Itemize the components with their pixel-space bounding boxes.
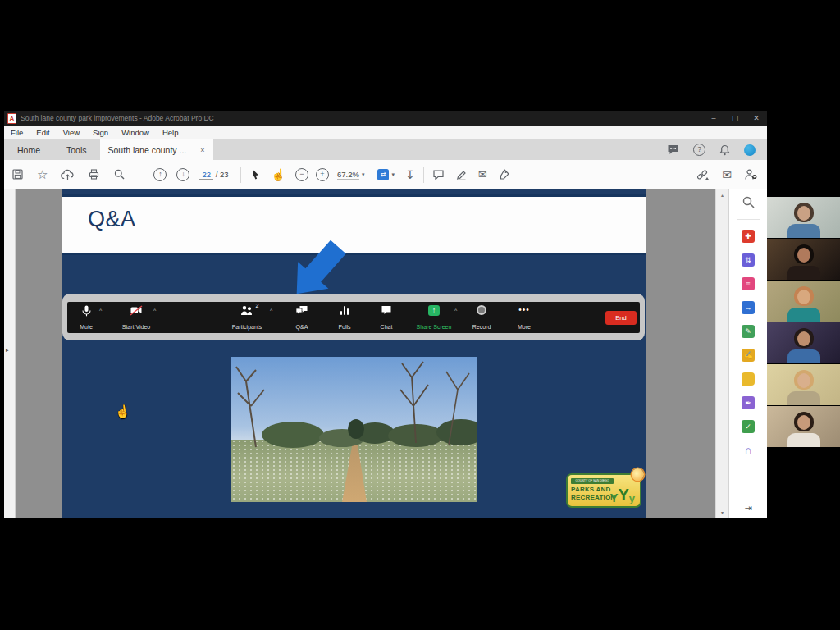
logo-line2: RECREATION: [571, 494, 615, 501]
parks-recreation-logo: COUNTY OF SAN DIEGO PARKS AND RECREATION…: [566, 473, 641, 508]
help-icon[interactable]: ?: [693, 144, 705, 156]
tab-document-label: South lane county ...: [108, 145, 187, 155]
menu-sign[interactable]: Sign: [86, 128, 115, 137]
export-pdf-icon[interactable]: →: [742, 301, 755, 314]
zoom-out-icon[interactable]: −: [295, 168, 308, 181]
video-options-chevron-icon[interactable]: ^: [153, 308, 156, 313]
save-icon[interactable]: [11, 168, 24, 180]
share-options-chevron-icon[interactable]: ^: [454, 308, 457, 313]
minimize-button[interactable]: –: [703, 114, 724, 122]
create-pdf-icon[interactable]: ✚: [742, 230, 755, 243]
page-display-icon[interactable]: ⇄: [377, 169, 389, 180]
menu-view[interactable]: View: [57, 128, 86, 137]
comments-icon[interactable]: [667, 144, 679, 155]
scroll-mode-icon[interactable]: ↧: [405, 169, 415, 180]
menu-edit[interactable]: Edit: [30, 128, 56, 137]
share-link-icon[interactable]: [696, 169, 710, 180]
logo-sun-icon: [632, 468, 644, 481]
page-current[interactable]: 22: [199, 170, 213, 180]
tab-document[interactable]: South lane county ... ×: [100, 139, 213, 160]
hand-cursor: ☝: [114, 404, 131, 420]
stamp-tool-icon[interactable]: ✓: [742, 420, 755, 433]
tools-panel: ✚ ⇅ ≡ → ✎ ✍ … ✒ ✓ ∩ ⇥: [728, 189, 767, 518]
star-icon[interactable]: ☆: [37, 168, 48, 180]
participant-torso: [788, 224, 820, 238]
expand-panel-icon[interactable]: ▸: [6, 347, 9, 354]
participants-count-badge: 2: [256, 303, 259, 308]
collapse-panel-icon[interactable]: ⇥: [744, 503, 751, 514]
participant-video-1[interactable]: [767, 197, 840, 239]
slide-photo-trail-meadow: [231, 357, 477, 502]
previous-page-icon[interactable]: ↑: [153, 168, 167, 181]
comment-tool-icon[interactable]: …: [742, 372, 755, 386]
fill-and-sign-icon[interactable]: ✒: [742, 396, 755, 409]
participant-face: [797, 206, 810, 221]
request-signatures-icon[interactable]: ✍: [742, 349, 755, 362]
tab-tools[interactable]: Tools: [53, 139, 100, 160]
share-person-icon[interactable]: [744, 168, 757, 180]
tab-close-icon[interactable]: ×: [200, 146, 204, 154]
qa-button[interactable]: Q&A: [284, 305, 320, 330]
slide-title: Q&A: [88, 207, 136, 232]
start-video-button[interactable]: Start Video: [115, 305, 158, 330]
zoom-caret-icon[interactable]: ▾: [362, 171, 365, 178]
more-tools-icon[interactable]: ∩: [742, 444, 755, 457]
participant-face: [797, 331, 810, 346]
select-tool-icon[interactable]: [249, 168, 261, 180]
email-icon[interactable]: ✉: [722, 169, 732, 180]
scroll-up-icon[interactable]: ▴: [716, 192, 728, 198]
fill-sign-icon[interactable]: ✉: [478, 169, 487, 180]
left-panel-rail[interactable]: ▸: [4, 189, 16, 518]
participants-button[interactable]: 2 Participants: [222, 305, 272, 330]
title-bar: A South lane county park improvements - …: [4, 111, 767, 126]
edit-pdf-icon[interactable]: ✎: [742, 325, 755, 338]
cloud-upload-icon[interactable]: [61, 169, 75, 180]
end-meeting-button[interactable]: End: [605, 311, 637, 325]
zoom-level-value[interactable]: 67.2%: [337, 170, 359, 180]
menu-help[interactable]: Help: [156, 128, 185, 137]
bell-icon[interactable]: [719, 144, 730, 156]
zoom-in-icon[interactable]: +: [316, 168, 329, 181]
participant-video-3[interactable]: [767, 281, 840, 322]
document-area: ▸ Q&A Mute ^: [4, 189, 767, 518]
next-page-icon[interactable]: ↓: [176, 168, 189, 181]
chat-button[interactable]: Chat: [368, 305, 404, 330]
hand-tool-icon[interactable]: ☝: [272, 169, 285, 180]
acrobat-window: A South lane county park improvements - …: [4, 111, 767, 518]
participant-face: [797, 248, 810, 262]
acrobat-app-icon: A: [7, 113, 16, 124]
search-tools-icon[interactable]: [742, 195, 756, 209]
participant-video-2[interactable]: [767, 239, 840, 281]
share-screen-button[interactable]: ↑ Share Screen: [409, 305, 459, 330]
organize-pages-icon[interactable]: ≡: [742, 277, 755, 290]
close-button[interactable]: ✕: [746, 114, 767, 122]
mute-options-chevron-icon[interactable]: ^: [99, 308, 102, 313]
record-button[interactable]: Record: [463, 305, 500, 330]
menu-file[interactable]: File: [4, 128, 30, 137]
tab-home[interactable]: Home: [4, 139, 53, 160]
panel-divider: [737, 219, 760, 220]
participant-video-4[interactable]: [767, 322, 840, 364]
participants-chevron-icon[interactable]: ^: [270, 308, 272, 313]
maximize-button[interactable]: ▢: [724, 114, 746, 122]
add-comment-icon[interactable]: [432, 169, 445, 180]
account-avatar[interactable]: [744, 144, 756, 156]
participant-video-5[interactable]: [767, 364, 840, 406]
polls-button[interactable]: Polls: [326, 305, 363, 330]
divider: [240, 167, 241, 183]
participant-torso: [788, 391, 820, 405]
search-icon[interactable]: [113, 168, 126, 180]
highlighter-icon[interactable]: [455, 168, 468, 180]
logo-figures: YYy: [609, 486, 635, 504]
scroll-down-icon[interactable]: ▾: [716, 509, 728, 515]
page-display-caret-icon[interactable]: ▾: [391, 171, 395, 178]
menu-window[interactable]: Window: [115, 128, 156, 137]
print-icon[interactable]: [88, 168, 100, 180]
combine-files-icon[interactable]: ⇅: [742, 253, 755, 267]
page-number-field[interactable]: 22 / 23: [199, 170, 228, 179]
more-button[interactable]: ••• More: [506, 305, 542, 330]
stamp-tag-icon[interactable]: [498, 168, 510, 180]
participant-face: [797, 373, 810, 388]
participant-video-6[interactable]: [767, 406, 840, 448]
document-scrollbar[interactable]: ▴ ▾: [715, 189, 728, 518]
